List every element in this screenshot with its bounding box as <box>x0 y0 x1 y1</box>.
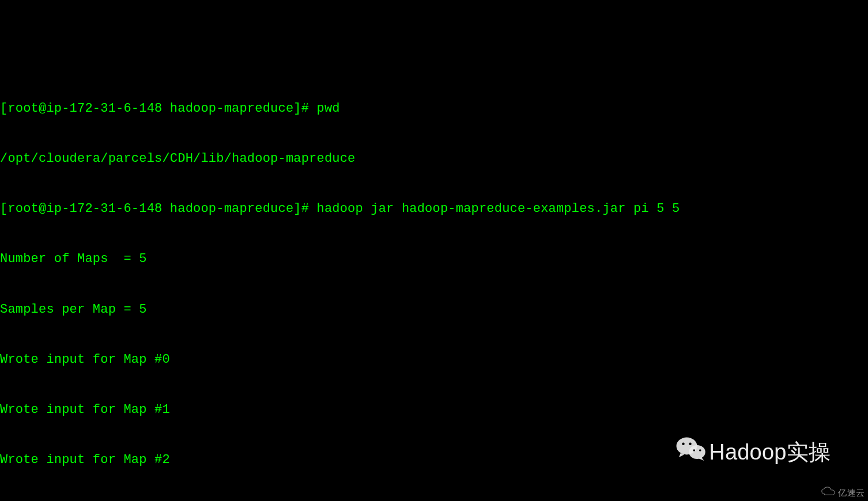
terminal-line: Wrote input for Map #0 <box>0 351 868 368</box>
svg-point-4 <box>693 449 696 451</box>
svg-point-1 <box>689 445 706 459</box>
yisu-watermark-label: 亿速云 <box>838 487 865 499</box>
terminal-line: [root@ip-172-31-6-148 hadoop-mapreduce]#… <box>0 200 868 217</box>
wechat-watermark-label: Hadoop实操 <box>709 438 831 466</box>
wechat-icon <box>675 435 707 469</box>
svg-point-3 <box>689 442 692 445</box>
svg-point-5 <box>699 449 701 451</box>
terminal-line: Number of Maps = 5 <box>0 251 868 267</box>
terminal-line: [root@ip-172-31-6-148 hadoop-mapreduce]#… <box>0 100 868 117</box>
terminal-line: Wrote input for Map #1 <box>0 401 868 418</box>
svg-point-2 <box>682 442 685 445</box>
cloud-icon <box>821 487 836 499</box>
yisu-watermark: 亿速云 <box>821 487 865 499</box>
terminal-line: Samples per Map = 5 <box>0 301 868 318</box>
wechat-watermark: Hadoop实操 <box>675 435 831 469</box>
terminal-line: /opt/cloudera/parcels/CDH/lib/hadoop-map… <box>0 150 868 167</box>
